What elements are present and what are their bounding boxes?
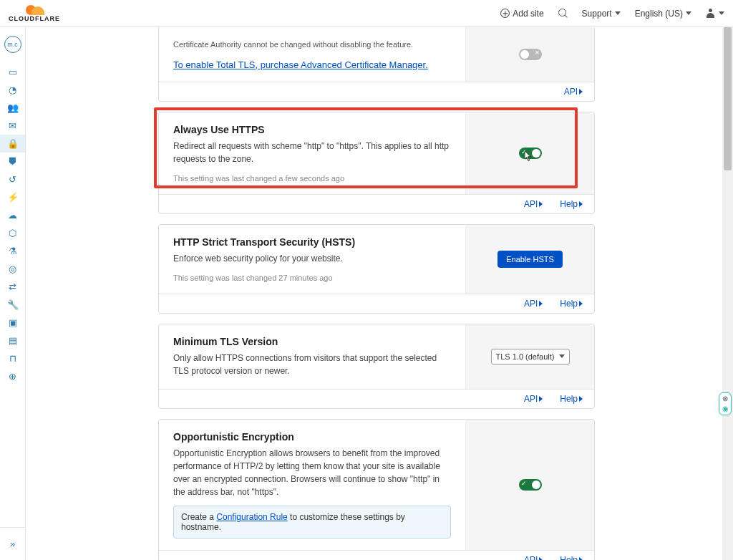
nav-workers[interactable]: ⬡ [0,224,25,242]
api-link[interactable]: API [524,555,543,561]
scrollbar[interactable] [722,27,733,560]
total-tls-desc: Certificate Authority cannot be changed … [173,39,451,51]
plus-icon [500,9,510,18]
nav-caching[interactable]: ☁ [0,206,25,224]
nav-dns[interactable]: 👥 [0,99,25,117]
sidebar-expand[interactable]: » [0,535,25,553]
opportunistic-toggle[interactable] [519,479,542,491]
chevron-right-icon [539,301,543,306]
opportunistic-desc: Opportunistic Encryption allows browsers… [173,447,451,498]
chevron-right-icon [539,396,543,402]
opportunistic-info: Create a Configuration Rule to customize… [173,506,451,539]
card-opportunistic: Opportunistic Encryption Opportunistic E… [158,419,595,561]
nav-zaraz[interactable]: ⊕ [0,367,25,385]
card-always-https: Always Use HTTPS Redirect all requests w… [158,112,595,214]
nav-network[interactable]: ◎ [0,260,25,278]
widget-icon: ⊗ [721,395,729,403]
chevron-right-icon [579,301,583,306]
account-menu[interactable] [706,9,724,19]
chevron-right-icon [579,201,583,207]
api-link[interactable]: API [524,299,543,309]
chevron-down-icon [686,11,691,15]
card-min-tls: Minimum TLS Version Only allow HTTPS con… [158,324,595,409]
api-link[interactable]: API [564,87,583,97]
sidebar: m.c ▭ ◔ 👥 ✉ 🔒 ⛊ ↺ ⚡ ☁ ⬡ ⚗ ◎ ⇄ 🔧 ▣ ▤ ⊓ ⊕ … [0,27,26,560]
language-menu[interactable]: English (US) [635,9,691,19]
help-link[interactable]: Help [560,394,583,404]
nav-stream[interactable]: ▣ [0,314,25,332]
nav-speed[interactable]: ⚡ [0,188,25,206]
widget-icon: ◉ [721,405,729,413]
nav-apps[interactable]: ▤ [0,332,25,349]
card-hsts: HTTP Strict Transport Security (HSTS) En… [158,224,595,314]
chevron-right-icon [579,396,583,402]
min-tls-desc: Only allow HTTPS connections from visito… [173,352,451,377]
chevron-down-icon [719,11,724,15]
api-link[interactable]: API [524,394,543,404]
nav-rules[interactable]: ⚗ [0,242,25,260]
main-content: Certificate Authority cannot be changed … [26,27,733,560]
total-tls-link[interactable]: To enable Total TLS, purchase Advanced C… [173,59,428,70]
help-link[interactable]: Help [560,555,583,561]
nav-email[interactable]: ✉ [0,117,25,135]
nav-custom-pages[interactable]: 🔧 [0,296,25,314]
total-tls-toggle[interactable] [519,49,542,60]
min-tls-title: Minimum TLS Version [173,336,451,347]
always-https-toggle[interactable] [519,148,542,159]
topbar: CLOUDFLARE Add site Support English (US) [0,0,733,27]
always-https-title: Always Use HTTPS [173,124,451,135]
nav-traffic[interactable]: ⇄ [0,278,25,296]
nav-ssl-tls[interactable]: 🔒 [0,135,25,153]
min-tls-select[interactable]: TLS 1.0 (default) [491,349,570,365]
chevron-right-icon [539,557,543,561]
enable-hsts-button[interactable]: Enable HSTS [497,251,563,268]
nav-access[interactable]: ↺ [0,170,25,188]
hsts-title: HTTP Strict Transport Security (HSTS) [173,236,451,248]
chevron-down-icon [615,11,621,15]
card-total-tls: Certificate Authority cannot be changed … [158,27,595,102]
scrollbar-thumb[interactable] [724,27,732,170]
hsts-meta: This setting was last changed 27 minutes… [173,274,451,282]
api-link[interactable]: API [524,199,543,209]
chevron-right-icon [539,201,543,207]
always-https-meta: This setting was last changed a few seco… [173,174,451,183]
chevron-right-icon [579,89,583,95]
search-button[interactable] [558,9,568,18]
opportunistic-title: Opportunistic Encryption [173,431,451,443]
help-link[interactable]: Help [560,199,583,209]
search-icon [558,9,568,18]
nav-scrape[interactable]: ⊓ [0,349,25,367]
always-https-desc: Redirect all requests with scheme "http"… [173,140,451,165]
nav-analytics[interactable]: ◔ [0,81,25,99]
add-site-button[interactable]: Add site [500,9,543,19]
floating-widget[interactable]: ⊗ ◉ [719,392,732,415]
help-link[interactable]: Help [560,299,583,309]
nav-security[interactable]: ⛊ [0,153,25,170]
hsts-desc: Enforce web security policy for your web… [173,252,451,265]
chevron-down-icon [559,354,565,358]
cloudflare-logo[interactable]: CLOUDFLARE [9,5,60,22]
nav-overview[interactable]: ▭ [0,63,25,81]
chevron-right-icon [579,557,583,561]
site-badge[interactable]: m.c [4,36,21,53]
config-rule-link[interactable]: Configuration Rule [216,512,287,522]
cloud-icon [23,5,46,15]
support-menu[interactable]: Support [582,9,621,19]
person-icon [706,9,716,19]
